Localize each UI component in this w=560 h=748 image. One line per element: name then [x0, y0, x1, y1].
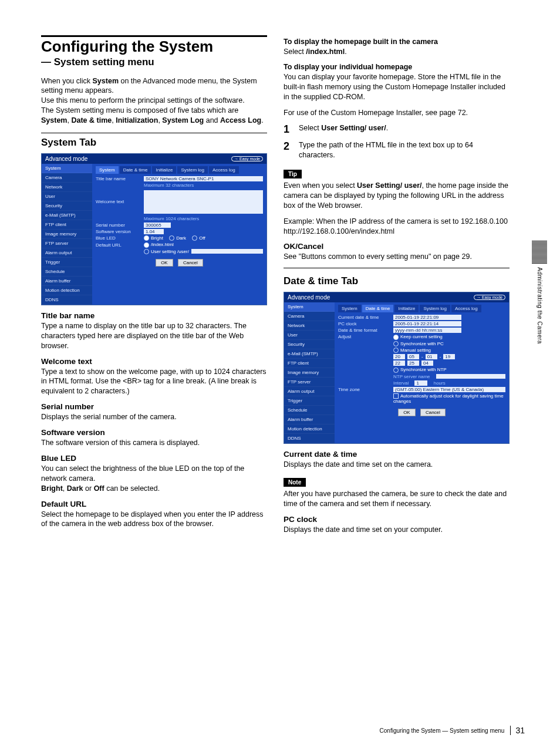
- side-item: System: [42, 164, 92, 173]
- welcome-p: Type a text to show on the welcome page,…: [41, 367, 267, 397]
- tip-example: Example: When the IP address of the came…: [284, 217, 510, 237]
- page-footer: Configuring the System — System setting …: [380, 726, 525, 735]
- section-rule: [41, 35, 267, 37]
- system-tab-heading: System Tab: [41, 133, 267, 150]
- defurl-h: Default URL: [41, 500, 267, 508]
- shot-sidebar: System Camera Network User Security e-Ma…: [42, 164, 92, 305]
- date-tab-heading: Date & time Tab: [284, 275, 510, 288]
- intro-text: When you click System on the Advanced mo…: [41, 76, 267, 126]
- okcancel-h: OK/Cancel: [284, 242, 510, 251]
- ok-button: OK: [156, 259, 173, 267]
- pcclock-h: PC clock: [284, 515, 510, 524]
- page-subtitle: — System setting menu: [41, 56, 267, 68]
- side-item: User: [42, 192, 92, 201]
- pcclock-p: Displays the date and time set on your c…: [284, 525, 510, 535]
- side-item: Trigger: [42, 258, 92, 267]
- serial-p: Displays the serial number of the camera…: [41, 412, 267, 422]
- home-built-h: To display the homepage built in the cam…: [284, 38, 510, 46]
- side-item: e-Mail (SMTP): [42, 211, 92, 220]
- page-title: Configuring the System: [41, 38, 267, 55]
- swver-p: The software version of this camera is d…: [41, 438, 267, 448]
- side-item: FTP client: [42, 220, 92, 230]
- tip-label: Tip: [284, 170, 302, 178]
- date-tab-screenshot: Advanced mode → Easy mode System Camera …: [284, 292, 510, 444]
- shot-tabs: System Date & time Initialize System log…: [96, 166, 263, 174]
- swver-h: Software version: [41, 428, 267, 437]
- blueled-h: Blue LED: [41, 454, 267, 463]
- side-item: Security: [42, 201, 92, 211]
- side-item: Schedule: [42, 267, 92, 277]
- side-item: Camera: [42, 173, 92, 183]
- cancel-button: Cancel: [178, 259, 203, 267]
- welcome-h: Welcome text: [41, 357, 267, 366]
- blueled-p: You can select the brightness of the blu…: [41, 464, 267, 494]
- side-item: Image memory: [42, 230, 92, 239]
- tip-p1: Even when you select User Setting/ user/…: [284, 181, 510, 211]
- defurl-p: Select the homepage to be displayed when…: [41, 510, 267, 530]
- home-own-p2: For use of the Custom Homepage Installer…: [284, 108, 510, 118]
- title-bar-name-p: Type a name to display on the title bar …: [41, 321, 267, 351]
- side-item: Alarm buffer: [42, 277, 92, 286]
- shot-mode: Advanced mode: [45, 156, 87, 162]
- cur-h: Current date & time: [284, 450, 510, 459]
- side-item: Network: [42, 183, 92, 192]
- page-number: 31: [510, 726, 525, 735]
- side-item: Alarm output: [42, 248, 92, 258]
- system-tab-screenshot: Advanced mode → Easy mode System Camera …: [41, 153, 267, 305]
- cur-p: Displays the date and time set on the ca…: [284, 460, 510, 470]
- note-p: After you have purchased the camera, be …: [284, 489, 510, 509]
- home-own-h: To display your individual homepage: [284, 63, 510, 71]
- step-2: 2Type the path of the HTML file in the t…: [284, 140, 510, 166]
- home-built-p: Select /index.html.: [284, 47, 510, 57]
- note-label: Note: [284, 478, 306, 487]
- side-item: FTP server: [42, 239, 92, 248]
- welcome-box: [144, 190, 263, 214]
- okcancel-p: See "Buttons common to every setting men…: [284, 252, 510, 262]
- serial-h: Serial number: [41, 402, 267, 411]
- step-1: 1Select User Setting/ user/.: [284, 123, 510, 139]
- home-own-p1: You can display your favorite homepage. …: [284, 72, 510, 102]
- title-bar-name-h: Title bar name: [41, 311, 267, 320]
- side-item: DDNS: [42, 295, 92, 305]
- easy-mode-pill: → Easy mode: [231, 156, 263, 161]
- side-item: Motion detection: [42, 286, 92, 295]
- chapter-tab: Administrating the Camera: [532, 241, 547, 344]
